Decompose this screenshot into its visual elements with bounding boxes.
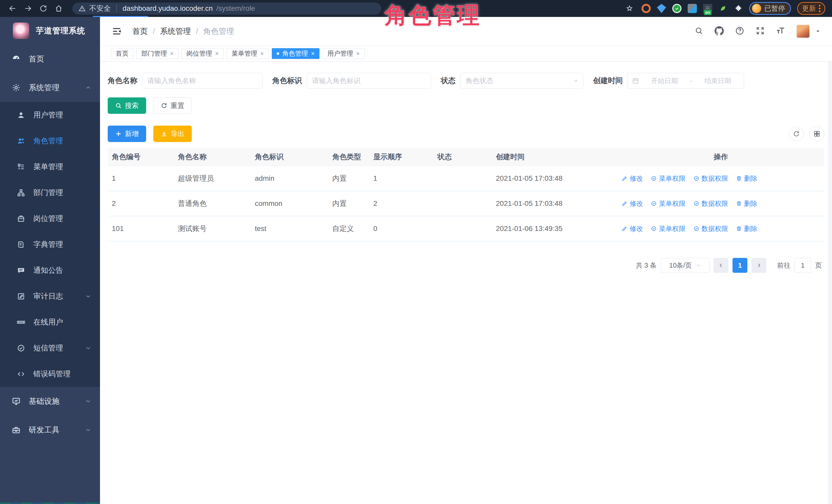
- hamburger-icon[interactable]: [111, 26, 122, 37]
- sidebar-item-home[interactable]: 首页: [0, 45, 100, 73]
- extension-check-icon[interactable]: [672, 4, 681, 13]
- home-icon[interactable]: [53, 3, 64, 15]
- export-button[interactable]: 导出: [153, 126, 192, 142]
- tab-posts[interactable]: 岗位管理: [182, 48, 224, 59]
- address-bar[interactable]: 不安全 dashboard.yudao.iocoder.cn /system/r…: [72, 3, 381, 15]
- menu-list-icon: [17, 163, 26, 171]
- search-form: 角色名称 角色标识 状态 创建时间: [108, 73, 824, 89]
- tab-home[interactable]: 首页: [111, 48, 133, 59]
- role-key-input[interactable]: [307, 73, 431, 89]
- sidebar-item-announcements[interactable]: 通知公告: [0, 257, 100, 283]
- profile-avatar: [752, 4, 761, 13]
- extension-target-icon[interactable]: [642, 4, 651, 13]
- url-divider: [116, 5, 117, 12]
- sidebar-item-dev-tools[interactable]: 研发工具: [0, 416, 100, 444]
- sidebar-item-label: 岗位管理: [33, 214, 63, 224]
- close-icon[interactable]: [170, 50, 174, 57]
- security-label: 不安全: [89, 4, 111, 13]
- chevron-down-icon: [696, 263, 701, 268]
- tab-menus[interactable]: 菜单管理: [227, 48, 269, 59]
- sidebar-item-online-users[interactable]: 在线用户: [0, 309, 100, 335]
- page-size-select[interactable]: 10条/页: [661, 258, 709, 273]
- close-icon[interactable]: [215, 50, 219, 57]
- github-icon[interactable]: [714, 26, 724, 36]
- extension-puzzle-icon[interactable]: [734, 4, 743, 13]
- sidebar-item-dictionary[interactable]: 字典管理: [0, 232, 100, 257]
- fullscreen-icon[interactable]: [756, 26, 765, 36]
- close-icon[interactable]: [356, 50, 360, 57]
- delete-link[interactable]: 删除: [736, 224, 757, 233]
- date-range-picker[interactable]: 开始日期 - 结束日期: [627, 73, 744, 89]
- extension-gem-icon[interactable]: [657, 4, 666, 13]
- reload-icon[interactable]: [37, 3, 49, 15]
- sidebar-item-posts[interactable]: 岗位管理: [0, 206, 100, 232]
- bookmark-star-icon[interactable]: [624, 3, 635, 15]
- annotation-title: 角色管理: [385, 0, 481, 30]
- browser-update-button[interactable]: 更新: [797, 2, 825, 15]
- prev-page-button[interactable]: [713, 258, 728, 273]
- sidebar-item-departments[interactable]: 部门管理: [0, 180, 100, 206]
- font-size-icon[interactable]: [776, 26, 785, 36]
- sidebar-item-roles[interactable]: 角色管理: [0, 128, 100, 154]
- sidebar-item-system[interactable]: 系统管理: [0, 73, 100, 102]
- extension-server-icon[interactable]: on: [703, 4, 712, 13]
- add-button[interactable]: 新增: [108, 126, 146, 142]
- sidebar-item-label: 字典管理: [33, 239, 63, 250]
- menu-permission-link[interactable]: 菜单权限: [651, 174, 685, 183]
- date-end-placeholder[interactable]: 结束日期: [696, 76, 739, 85]
- chevron-up-icon: [85, 85, 91, 91]
- data-permission-link[interactable]: 数据权限: [693, 224, 728, 233]
- browser-profile-badge[interactable]: 已暂停: [749, 2, 791, 15]
- chevron-down-icon: [85, 345, 91, 351]
- sidebar-item-infrastructure[interactable]: 基础设施: [0, 387, 100, 416]
- breadcrumb-home[interactable]: 首页: [132, 26, 148, 37]
- page-scrollbar[interactable]: [828, 17, 832, 504]
- next-page-button[interactable]: [752, 258, 766, 273]
- sidebar-item-sms[interactable]: 短信管理: [0, 335, 100, 361]
- edit-link[interactable]: 修改: [622, 199, 643, 208]
- caret-down-icon[interactable]: [815, 28, 821, 34]
- data-permission-link[interactable]: 数据权限: [693, 199, 728, 208]
- data-permission-link[interactable]: 数据权限: [693, 174, 728, 183]
- date-start-placeholder[interactable]: 开始日期: [643, 76, 686, 85]
- audit-log-icon: [17, 292, 26, 300]
- refresh-table-button[interactable]: [789, 126, 804, 141]
- sidebar-item-error-codes[interactable]: 错误码管理: [0, 361, 100, 387]
- edit-link[interactable]: 修改: [622, 224, 643, 233]
- app-logo-row[interactable]: 芋道管理系统: [0, 17, 100, 45]
- extension-duo-icon[interactable]: [688, 4, 697, 13]
- col-header-key: 角色标识: [251, 152, 328, 162]
- delete-link[interactable]: 删除: [736, 199, 757, 208]
- tab-users[interactable]: 用户管理: [322, 48, 365, 59]
- search-button[interactable]: 搜索: [108, 98, 146, 114]
- reset-button[interactable]: 重置: [153, 98, 192, 114]
- breadcrumb-system[interactable]: 系统管理: [160, 26, 191, 37]
- status-select[interactable]: [460, 73, 583, 89]
- search-icon[interactable]: [695, 26, 703, 36]
- role-name-input[interactable]: [142, 73, 263, 89]
- column-settings-button[interactable]: [809, 126, 824, 141]
- tab-departments[interactable]: 部门管理: [136, 48, 178, 59]
- online-user-icon: [17, 318, 26, 326]
- status-label: 状态: [441, 76, 456, 86]
- sidebar-item-users[interactable]: 用户管理: [0, 102, 100, 128]
- delete-link[interactable]: 删除: [736, 174, 757, 183]
- status-select-input[interactable]: [460, 73, 583, 89]
- chrome-menu-icon[interactable]: [819, 5, 821, 12]
- goto-page-input[interactable]: [795, 258, 811, 273]
- sidebar-item-menus[interactable]: 菜单管理: [0, 154, 100, 180]
- help-icon[interactable]: [735, 26, 744, 36]
- page-number-current[interactable]: 1: [732, 258, 747, 273]
- edit-link[interactable]: 修改: [622, 174, 643, 183]
- menu-permission-link[interactable]: 菜单权限: [651, 199, 685, 208]
- sidebar-item-audit-log[interactable]: 审计日志: [0, 283, 100, 309]
- extension-leaf-icon[interactable]: [719, 4, 728, 13]
- col-header-created: 创建时间: [492, 152, 617, 162]
- forward-icon[interactable]: [22, 3, 34, 15]
- close-icon[interactable]: [260, 50, 264, 57]
- close-icon[interactable]: [311, 50, 315, 57]
- menu-permission-link[interactable]: 菜单权限: [651, 224, 685, 233]
- tab-roles-active[interactable]: 角色管理: [272, 48, 319, 59]
- back-icon[interactable]: [7, 3, 19, 15]
- user-avatar[interactable]: [797, 25, 809, 38]
